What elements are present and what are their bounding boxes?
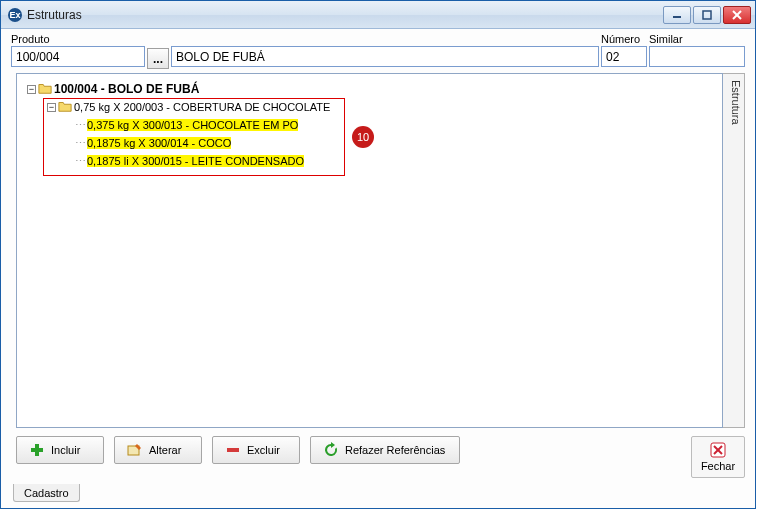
refresh-icon [323,442,339,458]
similar-input[interactable] [649,46,745,67]
produto-label: Produto [11,33,145,45]
fechar-button[interactable]: Fechar [691,436,745,478]
produto-desc-label [171,33,599,45]
minus-icon[interactable]: − [27,85,36,94]
fechar-label: Fechar [701,460,735,472]
produto-code-input[interactable] [11,46,145,67]
minus-icon[interactable]: − [47,103,56,112]
produto-lookup-button[interactable]: ... [147,48,169,69]
incluir-label: Incluir [51,444,80,456]
top-fields: Produto ... Número Similar [1,29,755,71]
bottom-tabs: Cadastro [1,484,755,508]
alterar-label: Alterar [149,444,181,456]
refazer-referencias-button[interactable]: Refazer Referências [310,436,460,464]
svg-rect-9 [227,448,239,452]
window-frame: Ex Estruturas Produto ... [0,0,756,509]
numero-label: Número [601,33,647,45]
tree-leaf: ⋯ 0,375 kg X 300/013 - CHOCOLATE EM PO [75,116,718,134]
maximize-button[interactable] [693,6,721,24]
window-controls [663,6,755,24]
excluir-label: Excluir [247,444,280,456]
svg-rect-3 [703,11,711,19]
tree-level1-label[interactable]: 0,75 kg X 200/003 - COBERTURA DE CHOCOLA… [74,101,330,113]
minus-red-icon [225,442,241,458]
numero-input[interactable] [601,46,647,67]
refazer-label: Refazer Referências [345,444,445,456]
tree-area: − 100/004 - BOLO DE FUBÁ − [16,73,745,428]
svg-rect-7 [31,448,43,452]
alterar-button[interactable]: Alterar [114,436,202,464]
tree-root-label[interactable]: 100/004 - BOLO DE FUBÁ [54,82,199,96]
close-window-button[interactable] [723,6,751,24]
tree-leaf-label[interactable]: 0,1875 li X 300/015 - LEITE CONDENSADO [87,155,304,167]
tree-connector-icon: ⋯ [75,155,85,168]
tree-connector-icon: ⋯ [75,119,85,132]
side-tab-estrutura[interactable]: Estrutura [723,73,745,428]
window-title: Estruturas [27,8,82,22]
svg-text:Ex: Ex [9,10,20,20]
tab-cadastro[interactable]: Cadastro [13,484,80,502]
minimize-button[interactable] [663,6,691,24]
tree-panel[interactable]: − 100/004 - BOLO DE FUBÁ − [16,73,723,428]
button-row: Incluir Alterar Excluir Refazer Referênc… [1,432,755,484]
edit-icon [127,442,143,458]
tree-leaf: ⋯ 0,1875 kg X 300/014 - COCO [75,134,718,152]
body-area: Produto ... Número Similar [1,29,755,508]
produto-desc-input[interactable] [171,46,599,67]
tree-root: − 100/004 - BOLO DE FUBÁ − [27,80,718,170]
excluir-button[interactable]: Excluir [212,436,300,464]
tree-leaf: ⋯ 0,1875 li X 300/015 - LEITE CONDENSADO [75,152,718,170]
close-icon [710,442,726,458]
app-icon: Ex [7,7,23,23]
incluir-button[interactable]: Incluir [16,436,104,464]
tree-leaf-label[interactable]: 0,375 kg X 300/013 - CHOCOLATE EM PO [87,119,298,131]
titlebar: Ex Estruturas [1,1,755,29]
tree-connector-icon: ⋯ [75,137,85,150]
plus-icon [29,442,45,458]
tree-leaf-label[interactable]: 0,1875 kg X 300/014 - COCO [87,137,231,149]
similar-label: Similar [649,33,745,45]
folder-open-icon [38,81,52,97]
tree-level1: − 0,75 kg X 200/003 - COBERTURA DE CHOCO… [47,98,718,170]
folder-open-icon [58,99,72,115]
